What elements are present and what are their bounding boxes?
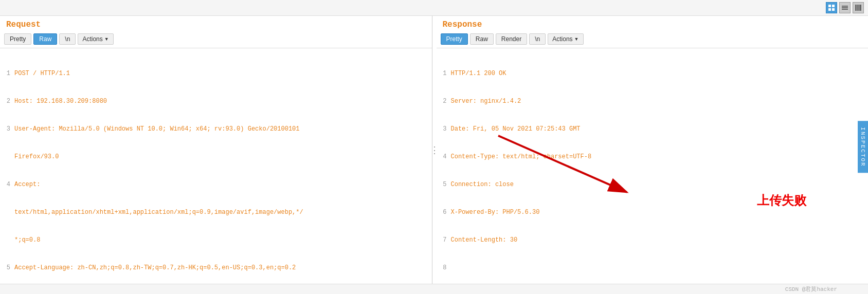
- inspector-tab[interactable]: INSPECTOR: [858, 121, 868, 173]
- svg-rect-2: [828, 8, 831, 11]
- response-content[interactable]: 1HTTP/1.1 200 OK 2Server: nginx/1.4.2 3D…: [437, 48, 869, 284]
- line-item: 1POST / HTTP/1.1: [0, 69, 432, 78]
- line-item: 4Content-Type: text/html; charset=UTF-8: [437, 152, 869, 161]
- request-pretty-button[interactable]: Pretty: [4, 33, 31, 45]
- response-actions-button[interactable]: Actions ▼: [548, 33, 583, 45]
- panel-divider: ⋮: [432, 16, 437, 284]
- svg-rect-4: [842, 6, 848, 7]
- grid-view-icon[interactable]: [826, 2, 837, 13]
- response-pretty-button[interactable]: Pretty: [441, 33, 468, 45]
- columns-view-icon[interactable]: [853, 2, 864, 13]
- request-title: Request: [0, 16, 432, 31]
- request-actions-button[interactable]: Actions ▼: [78, 33, 113, 45]
- svg-rect-3: [832, 8, 835, 11]
- line-item: 3User-Agent: Mozilla/5.0 (Windows NT 10.…: [0, 124, 432, 134]
- line-item: 4Accept:: [0, 180, 432, 189]
- upload-fail-annotation: 上传失败: [757, 192, 806, 209]
- response-panel: Response Pretty Raw Render \n Actions ▼ …: [437, 16, 869, 284]
- line-item: 7Content-Length: 30: [437, 235, 869, 245]
- request-content[interactable]: 1POST / HTTP/1.1 2Host: 192.168.30.209:8…: [0, 48, 432, 284]
- request-actions-chevron-icon: ▼: [104, 36, 109, 42]
- svg-rect-6: [842, 9, 848, 10]
- svg-rect-7: [855, 5, 857, 11]
- response-render-button[interactable]: Render: [496, 33, 527, 45]
- request-newline-button[interactable]: \n: [59, 33, 76, 45]
- request-panel: Request Pretty Raw \n Actions ▼ 1POST / …: [0, 16, 432, 284]
- svg-rect-5: [842, 7, 848, 8]
- line-item: *;q=0.8: [0, 235, 432, 245]
- svg-rect-1: [832, 5, 835, 7]
- request-code: 1POST / HTTP/1.1 2Host: 192.168.30.209:8…: [0, 50, 432, 284]
- csdn-credit: CSDN @君莫hacker: [785, 285, 837, 293]
- line-item: 2Server: nginx/1.4.2: [437, 97, 869, 106]
- request-raw-button[interactable]: Raw: [33, 33, 57, 45]
- response-code: 1HTTP/1.1 200 OK 2Server: nginx/1.4.2 3D…: [437, 50, 869, 284]
- list-view-icon[interactable]: [839, 2, 851, 13]
- line-item: 5Connection: close: [437, 180, 869, 189]
- line-item: 6X-Powered-By: PHP/5.6.30: [437, 208, 869, 217]
- line-item: 3Date: Fri, 05 Nov 2021 07:25:43 GMT: [437, 124, 869, 134]
- top-bar: [0, 0, 868, 16]
- line-item: 1HTTP/1.1 200 OK: [437, 69, 869, 78]
- svg-rect-9: [859, 5, 861, 11]
- response-actions-chevron-icon: ▼: [574, 36, 579, 42]
- svg-rect-0: [828, 5, 831, 7]
- svg-rect-8: [857, 5, 859, 11]
- line-item: Firefox/93.0: [0, 152, 432, 161]
- response-newline-button[interactable]: \n: [529, 33, 546, 45]
- response-title: Response: [437, 16, 869, 31]
- response-toolbar: Pretty Raw Render \n Actions ▼: [437, 31, 869, 48]
- line-item: 5Accept-Language: zh-CN,zh;q=0.8,zh-TW;q…: [0, 263, 432, 272]
- footer: CSDN @君莫hacker: [0, 284, 868, 294]
- response-raw-button[interactable]: Raw: [470, 33, 494, 45]
- request-toolbar: Pretty Raw \n Actions ▼: [0, 31, 432, 48]
- line-item: 2Host: 192.168.30.209:8080: [0, 97, 432, 106]
- line-item: 8: [437, 263, 869, 272]
- line-item: text/html,application/xhtml+xml,applicat…: [0, 208, 432, 217]
